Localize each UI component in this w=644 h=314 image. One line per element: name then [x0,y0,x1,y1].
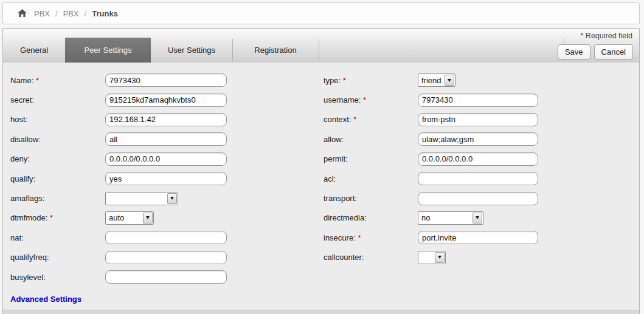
required-asterisk: * [343,76,346,85]
form-row-qualify: qualify: [10,169,241,188]
qualify-input[interactable] [105,172,227,185]
busylevel-label: busylevel: [10,273,105,282]
breadcrumb-item-pbx-1[interactable]: PBX [34,9,50,18]
disallow-input[interactable] [105,132,227,146]
form-row-callcounter: callcounter: [324,248,555,267]
context-input[interactable] [418,113,538,126]
transport-input[interactable] [418,192,538,205]
home-icon[interactable] [18,9,27,18]
required-asterisk: * [353,115,356,124]
required-asterisk: * [358,233,361,242]
form-row-qualifyfreq: qualifyfreq: [10,248,241,267]
tab-user-settings[interactable]: User Settings [151,38,232,63]
form-row-secret: secret: [10,90,241,109]
tab-general[interactable]: General [3,38,65,63]
host-label: host: [10,115,105,124]
form-row-context: context: * [324,110,555,129]
callcounter-select[interactable] [418,251,446,264]
name-label: Name: [10,76,33,85]
form-row-directmedia: directmedia: no [324,208,555,228]
callcounter-label: callcounter: [324,253,418,262]
form-row-type: type: * friend [324,70,555,90]
breadcrumb-item-trunks: Trunks [92,9,118,18]
form-row-nat: nat: [10,228,241,247]
form-row-host: host: [10,110,241,129]
chevron-down-icon [167,193,177,204]
form-row-insecure: insecure: * [324,228,555,247]
chevron-down-icon [445,75,454,86]
breadcrumb: PBX / PBX / Trunks [2,2,640,24]
form-row-dtmfmode: dtmfmode: * auto [10,208,241,228]
form-row-busylevel: busylevel: [10,267,241,287]
breadcrumb-separator: / [85,9,87,18]
form-row-name: Name: * [10,70,241,90]
required-asterisk: * [50,213,53,222]
transport-label: transport: [324,194,418,203]
username-label: username: [324,95,361,104]
busylevel-input[interactable] [105,270,227,284]
directmedia-label: directmedia: [324,213,418,222]
context-label: context: [324,115,351,124]
chevron-down-icon [473,213,482,224]
name-input[interactable] [105,73,227,87]
tab-strip: General Peer Settings User Settings Regi… [2,29,640,63]
form-row-disallow: disallow: [10,129,241,149]
insecure-label: insecure: [324,233,356,242]
form-row-acl: acl: [324,169,555,188]
required-asterisk: * [36,76,39,85]
acl-input[interactable] [418,172,538,185]
secret-label: secret: [10,95,105,104]
permit-input[interactable] [418,152,538,166]
form-row-deny: deny: [10,149,241,169]
username-input[interactable] [418,94,538,107]
nat-input[interactable] [105,231,227,244]
breadcrumb-separator: / [55,9,58,18]
save-button[interactable]: Save [558,44,590,60]
directmedia-select[interactable]: no [418,211,483,225]
qualifyfreq-input[interactable] [105,251,227,264]
insecure-input[interactable] [418,231,538,244]
amaflags-label: amaflags: [10,194,105,203]
permit-label: permit: [324,154,418,163]
disallow-label: disallow: [10,135,105,144]
tab-peer-settings[interactable]: Peer Settings [65,38,151,63]
secret-input[interactable] [105,94,227,107]
required-field-note: * Required field [581,32,633,40]
qualifyfreq-label: qualifyfreq: [10,253,105,262]
dtmfmode-select[interactable]: auto [105,211,154,225]
dtmfmode-label: dtmfmode: [10,213,47,222]
required-asterisk: * [581,32,584,40]
deny-input[interactable] [105,152,227,166]
breadcrumb-item-pbx-2[interactable]: PBX [63,9,79,18]
allow-input[interactable] [418,132,538,146]
required-asterisk: * [363,95,366,104]
tab-divider [319,39,319,61]
form-row-transport: transport: [324,188,555,208]
host-input[interactable] [105,113,227,126]
type-label: type: [324,76,341,85]
qualify-label: qualify: [10,174,105,183]
advanced-settings-link[interactable]: Advanced Settings [10,295,81,304]
nat-label: nat: [10,233,105,242]
chevron-down-icon [143,213,153,224]
tab-registration[interactable]: Registration [232,38,319,63]
form-row-allow: allow: [324,129,555,149]
form-row-amaflags: amaflags: [10,188,241,208]
cancel-button[interactable]: Cancel [594,44,633,60]
tab-divider [232,39,233,61]
bottom-strip [2,310,640,314]
type-select[interactable]: friend [418,73,455,87]
amaflags-select[interactable] [105,192,178,205]
acl-label: acl: [324,174,418,183]
form-row-permit: permit: [324,149,555,169]
chevron-down-icon [435,252,445,263]
form-row-username: username: * [324,90,555,109]
deny-label: deny: [10,154,105,163]
allow-label: allow: [324,135,418,144]
peer-settings-form: Name: * secret: host: disallow: deny: qu… [2,63,640,310]
